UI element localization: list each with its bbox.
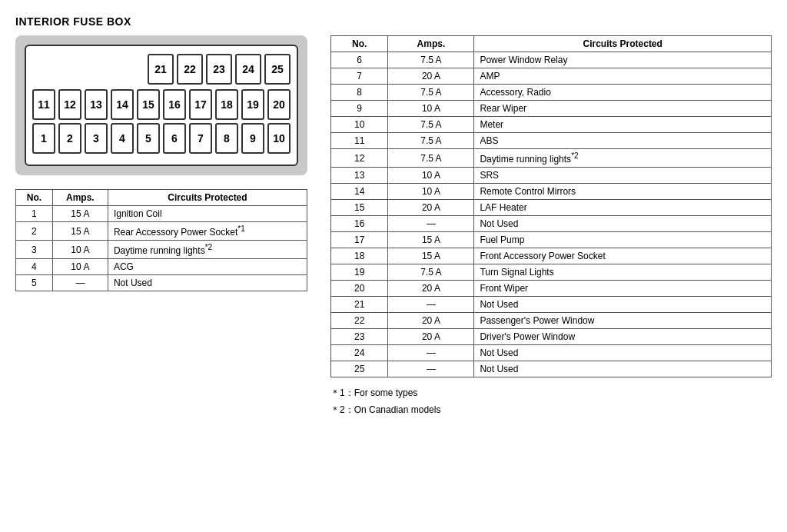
left-col-circuit: Circuits Protected	[108, 190, 307, 206]
table-row: 410 AACG	[16, 259, 307, 275]
cell-circuit: LAF Heater	[474, 200, 772, 216]
cell-no: 7	[331, 68, 388, 85]
cell-no: 24	[331, 345, 388, 361]
cell-no: 3	[16, 241, 53, 259]
cell-amps: —	[388, 216, 474, 232]
fuse-3: 3	[85, 123, 108, 154]
cell-no: 18	[331, 248, 388, 264]
table-row: 1310 ASRS	[331, 168, 772, 184]
cell-amps: —	[388, 361, 474, 377]
fuse-25: 25	[264, 54, 291, 85]
fuse-5: 5	[137, 123, 160, 154]
cell-no: 19	[331, 264, 388, 281]
table-row: 1715 AFuel Pump	[331, 232, 772, 248]
table-row: 720 AAMP	[331, 68, 772, 85]
cell-amps: 20 A	[388, 281, 474, 297]
cell-circuit: Ignition Coil	[108, 206, 307, 222]
fuse-12: 12	[58, 89, 81, 120]
cell-no: 2	[16, 222, 53, 241]
fuse-box-inner: 21 22 23 24 25 11 12 13 14 15 16 17	[25, 45, 298, 166]
fuse-2: 2	[58, 123, 81, 154]
cell-no: 11	[331, 133, 388, 149]
right-fuse-table: No. Amps. Circuits Protected 67.5 APower…	[330, 35, 772, 377]
cell-circuit: Remote Control Mirrors	[474, 184, 772, 200]
fuse-row-top: 21 22 23 24 25	[32, 54, 291, 85]
cell-circuit: ABS	[474, 133, 772, 149]
cell-no: 16	[331, 216, 388, 232]
fuse-box-diagram: 21 22 23 24 25 11 12 13 14 15 16 17	[15, 35, 307, 175]
cell-amps: 7.5 A	[388, 85, 474, 101]
cell-no: 14	[331, 184, 388, 200]
table-row: 87.5 AAccessory, Radio	[331, 85, 772, 101]
cell-no: 20	[331, 281, 388, 297]
table-row: 1410 ARemote Control Mirrors	[331, 184, 772, 200]
cell-no: 25	[331, 361, 388, 377]
cell-amps: 10 A	[52, 259, 108, 275]
cell-no: 13	[331, 168, 388, 184]
cell-amps: —	[388, 345, 474, 361]
cell-no: 4	[16, 259, 53, 275]
cell-amps: 7.5 A	[388, 264, 474, 281]
cell-no: 23	[331, 329, 388, 345]
table-row: 67.5 APower Window Relay	[331, 52, 772, 68]
table-row: 115 AIgnition Coil	[16, 206, 307, 222]
page-title: INTERIOR FUSE BOX	[15, 15, 772, 28]
cell-circuit: Driver's Power Window	[474, 329, 772, 345]
cell-circuit: Not Used	[474, 361, 772, 377]
cell-circuit: Daytime running lights*2	[108, 241, 307, 259]
fuse-15: 15	[137, 89, 160, 120]
cell-circuit: Rear Wiper	[474, 101, 772, 117]
cell-no: 12	[331, 149, 388, 168]
table-row: 21—Not Used	[331, 297, 772, 313]
fuse-18: 18	[215, 89, 238, 120]
cell-no: 15	[331, 200, 388, 216]
fuse-19: 19	[241, 89, 264, 120]
cell-no: 21	[331, 297, 388, 313]
cell-amps: 10 A	[388, 184, 474, 200]
table-row: 24—Not Used	[331, 345, 772, 361]
cell-no: 10	[331, 117, 388, 133]
cell-amps: —	[52, 275, 108, 291]
table-row: 5—Not Used	[16, 275, 307, 291]
cell-amps: 10 A	[388, 168, 474, 184]
right-col-amps: Amps.	[388, 36, 474, 52]
cell-amps: —	[388, 297, 474, 313]
fuse-10: 10	[267, 123, 291, 154]
cell-circuit: Accessory, Radio	[474, 85, 772, 101]
fuse-row-middle: 11 12 13 14 15 16 17 18 19 20	[32, 89, 291, 120]
left-section: 21 22 23 24 25 11 12 13 14 15 16 17	[15, 35, 307, 291]
cell-amps: 20 A	[388, 313, 474, 329]
right-col-no: No.	[331, 36, 388, 52]
cell-circuit: Rear Accessory Power Socket*1	[108, 222, 307, 241]
cell-circuit: Not Used	[474, 345, 772, 361]
cell-circuit: Front Accessory Power Socket	[474, 248, 772, 264]
cell-circuit: Not Used	[474, 297, 772, 313]
fuse-7: 7	[189, 123, 212, 154]
table-row: 1520 ALAF Heater	[331, 200, 772, 216]
fuse-17: 17	[189, 89, 212, 120]
fuse-1: 1	[32, 123, 55, 154]
fuse-8: 8	[215, 123, 238, 154]
cell-circuit: Daytime running lights*2	[474, 149, 772, 168]
footnote-1: ＊1：For some types	[330, 385, 772, 402]
fuse-20: 20	[267, 89, 291, 120]
cell-circuit: ACG	[108, 259, 307, 275]
fuse-22: 22	[177, 54, 203, 85]
fuse-24: 24	[235, 54, 261, 85]
cell-amps: 7.5 A	[388, 149, 474, 168]
fuse-row-bottom: 1 2 3 4 5 6 7 8 9 10	[32, 123, 291, 154]
cell-circuit: Front Wiper	[474, 281, 772, 297]
table-row: 2320 ADriver's Power Window	[331, 329, 772, 345]
table-row: 25—Not Used	[331, 361, 772, 377]
cell-no: 8	[331, 85, 388, 101]
cell-circuit: Not Used	[474, 216, 772, 232]
table-row: 127.5 ADaytime running lights*2	[331, 149, 772, 168]
cell-amps: 20 A	[388, 200, 474, 216]
table-row: 107.5 AMeter	[331, 117, 772, 133]
fuse-4: 4	[111, 123, 134, 154]
table-row: 215 ARear Accessory Power Socket*1	[16, 222, 307, 241]
fuse-16: 16	[163, 89, 186, 120]
fuse-13: 13	[85, 89, 108, 120]
left-col-no: No.	[16, 190, 53, 206]
left-fuse-table: No. Amps. Circuits Protected 115 AIgniti…	[15, 189, 307, 291]
